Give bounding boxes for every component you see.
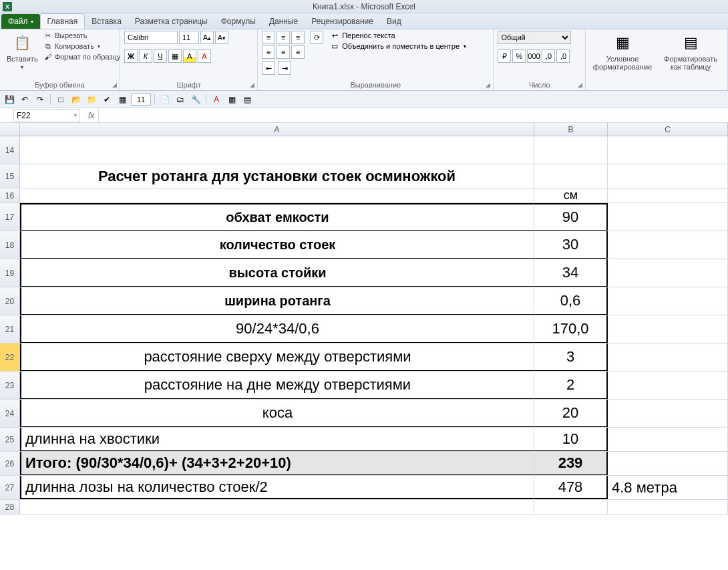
merge-center-button[interactable]: ▭Объединить и поместить в центре▾ [330,41,466,51]
decrease-indent-button[interactable]: ⇤ [262,61,275,75]
cell-a22[interactable]: расстояние сверху между отверстиями [20,343,534,371]
cell-c25[interactable] [608,428,728,451]
cell-a24[interactable]: коса [20,400,534,427]
row-header-19[interactable]: 19 [0,259,20,287]
cell-c27[interactable]: 4.8 метра [608,476,728,499]
format-painter-button[interactable]: 🖌Формат по образцу [43,52,121,61]
decrease-decimal-button[interactable]: ,0 [556,49,570,63]
cell-b20[interactable]: 0,6 [534,287,608,315]
save-button[interactable]: 💾 [3,93,16,106]
cell-c19[interactable] [608,259,728,287]
column-header-c[interactable]: C [608,123,728,136]
tab-file[interactable]: Файл [1,14,40,29]
align-bottom-button[interactable]: ≡ [291,31,305,44]
align-right-button[interactable]: ≡ [291,45,305,59]
row-header-16[interactable]: 16 [0,188,20,202]
qat-font-size-input[interactable] [131,94,151,106]
cell-a25[interactable]: длинна на хвостики [20,428,534,451]
cell-a14[interactable] [20,136,534,164]
row-header-21[interactable]: 21 [0,315,20,343]
spellcheck-button[interactable]: ✔ [100,93,114,106]
row-header-22[interactable]: 22 [0,343,20,371]
cell-c14[interactable] [608,136,728,164]
row-header-18[interactable]: 18 [0,231,20,259]
cell-a28[interactable] [20,500,534,514]
row-header-14[interactable]: 14 [0,136,20,164]
cell-b19[interactable]: 34 [534,259,608,287]
cell-a16[interactable] [20,188,534,202]
cell-b28[interactable] [534,500,608,514]
redo-button[interactable]: ↷ [33,93,47,106]
tab-view[interactable]: Вид [380,14,408,29]
column-header-a[interactable]: A [20,123,534,136]
cell-b22[interactable]: 3 [534,343,608,371]
row-header-20[interactable]: 20 [0,287,20,315]
qat-btn-6[interactable]: ▤ [240,93,254,106]
qat-btn-2[interactable]: 🗂 [174,93,187,106]
cell-b24[interactable]: 20 [534,400,608,427]
alignment-dialog-launcher[interactable]: ◢ [484,81,492,89]
row-header-17[interactable]: 17 [0,203,20,231]
cell-b16[interactable]: см [534,188,608,202]
cell-a15[interactable]: Расчет ротанга для установки стоек осмин… [20,164,534,188]
worksheet[interactable]: A B C 14 15 Расчет ротанга для установки… [0,123,728,515]
cell-c28[interactable] [608,500,728,514]
conditional-formatting-button[interactable]: ▦ Условное форматирование [590,31,655,72]
row-header-15[interactable]: 15 [0,164,20,188]
number-dialog-launcher[interactable]: ◢ [576,81,584,89]
align-middle-button[interactable]: ≡ [277,31,290,44]
cell-c26[interactable] [608,452,728,475]
cell-c22[interactable] [608,343,728,371]
row-header-25[interactable]: 25 [0,428,20,451]
grid-button[interactable]: ▦ [116,93,129,106]
cell-a26[interactable]: Итого: (90/30*34/0,6)+ (34+3+2+20+10) [20,452,534,475]
cell-a27[interactable]: длинна лозы на количество стоек/2 [20,476,534,499]
tab-insert[interactable]: Вставка [85,14,128,29]
number-format-select[interactable]: Общий [498,31,571,44]
fx-icon[interactable]: fx [88,111,94,120]
cell-a18[interactable]: количество стоек [20,231,534,259]
column-header-b[interactable]: B [534,123,608,136]
tab-page-layout[interactable]: Разметка страницы [128,14,214,29]
decrease-font-button[interactable]: A▾ [215,31,228,44]
cell-b14[interactable] [534,136,608,164]
cell-b23[interactable]: 2 [534,372,608,399]
cell-c23[interactable] [608,372,728,399]
bold-button[interactable]: Ж [124,49,138,63]
cell-b25[interactable]: 10 [534,428,608,451]
folder-button[interactable]: 📁 [85,93,98,106]
increase-font-button[interactable]: A▴ [200,31,214,44]
formula-input[interactable] [98,109,728,122]
cell-b17[interactable]: 90 [534,203,608,231]
cell-c18[interactable] [608,231,728,259]
cell-b18[interactable]: 30 [534,231,608,259]
fill-color-button[interactable]: A [183,49,196,63]
cell-b27[interactable]: 478 [534,476,608,499]
row-header-27[interactable]: 27 [0,476,20,499]
cell-b21[interactable]: 170,0 [534,315,608,343]
font-dialog-launcher[interactable]: ◢ [248,81,256,89]
select-all-corner[interactable] [0,123,20,136]
align-top-button[interactable]: ≡ [262,31,275,44]
cell-c20[interactable] [608,287,728,315]
align-left-button[interactable]: ≡ [262,45,275,59]
tab-home[interactable]: Главная [40,13,85,29]
row-header-28[interactable]: 28 [0,500,20,514]
tab-review[interactable]: Рецензирование [305,14,380,29]
cut-button[interactable]: ✂Вырезать [43,31,121,40]
orientation-button[interactable]: ⟳ [310,31,323,44]
underline-button[interactable]: Ч [154,49,167,63]
row-header-26[interactable]: 26 [0,452,20,475]
align-center-button[interactable]: ≡ [277,45,290,59]
percent-button[interactable]: % [512,49,526,63]
font-size-select[interactable] [179,31,199,44]
cell-c15[interactable] [608,164,728,188]
cell-a21[interactable]: 90/24*34/0,6 [20,315,534,343]
italic-button[interactable]: К [139,49,152,63]
cell-a19[interactable]: высота стойки [20,259,534,287]
currency-button[interactable]: ₽ [498,49,511,63]
new-button[interactable]: □ [54,93,67,106]
qat-btn-4[interactable]: A [210,93,223,106]
paste-button[interactable]: 📋 Вставить ▾ [4,31,41,72]
cell-c24[interactable] [608,400,728,427]
